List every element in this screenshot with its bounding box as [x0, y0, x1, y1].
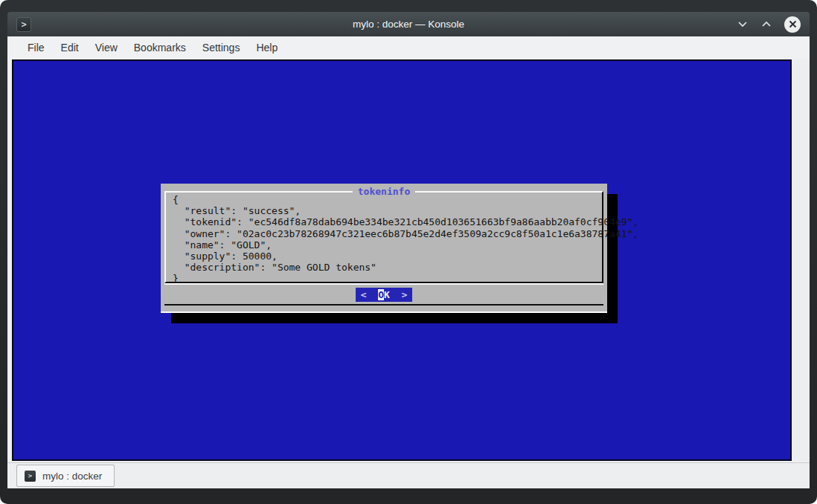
- menu-bookmarks[interactable]: Bookmarks: [126, 42, 194, 54]
- close-button[interactable]: [784, 16, 801, 33]
- window-controls: [737, 16, 801, 33]
- tab-label: mylo : docker: [42, 471, 102, 482]
- menu-help[interactable]: Help: [248, 42, 286, 54]
- dialog-text-box: tokeninfo { "result": "success", "tokeni…: [164, 191, 603, 283]
- menubar: File Edit View Bookmarks Settings Help: [7, 36, 810, 58]
- konsole-app-icon: >: [16, 17, 31, 32]
- konsole-window: > mylo : docker — Konsole: [0, 0, 817, 504]
- window-title: mylo : docker — Konsole: [7, 19, 810, 30]
- dialog-json-output: { "result": "success", "tokenid": "ec546…: [173, 194, 599, 285]
- minimize-button[interactable]: [737, 19, 749, 30]
- terminal-tab-icon: >: [25, 471, 36, 482]
- titlebar[interactable]: > mylo : docker — Konsole: [7, 12, 810, 36]
- dialog-button-row: < OK >: [164, 283, 603, 306]
- menu-settings[interactable]: Settings: [194, 42, 249, 54]
- menu-edit[interactable]: Edit: [53, 42, 87, 54]
- dialog-title: tokeninfo: [353, 185, 415, 198]
- terminal-scrollbar[interactable]: [792, 59, 810, 461]
- terminal-screen[interactable]: tokeninfo { "result": "success", "tokeni…: [12, 59, 792, 461]
- close-icon: [789, 18, 797, 31]
- tab-mylo-docker[interactable]: > mylo : docker: [16, 465, 115, 487]
- menu-view[interactable]: View: [87, 42, 126, 54]
- chevron-up-icon: [761, 21, 772, 28]
- menu-file[interactable]: File: [19, 42, 53, 54]
- tokeninfo-dialog: tokeninfo { "result": "success", "tokeni…: [161, 184, 607, 313]
- tabbar: > mylo : docker: [7, 462, 810, 488]
- maximize-button[interactable]: [760, 19, 772, 30]
- ok-close-bracket: >: [401, 289, 407, 300]
- ok-button[interactable]: < OK >: [356, 288, 413, 302]
- chevron-down-icon: [737, 21, 748, 28]
- ok-open-bracket: <: [361, 289, 367, 300]
- ok-cursor: O: [378, 289, 384, 300]
- ok-label-rest: K: [384, 289, 396, 300]
- terminal-container: tokeninfo { "result": "success", "tokeni…: [7, 58, 810, 462]
- window-frame: > mylo : docker — Konsole: [0, 0, 817, 504]
